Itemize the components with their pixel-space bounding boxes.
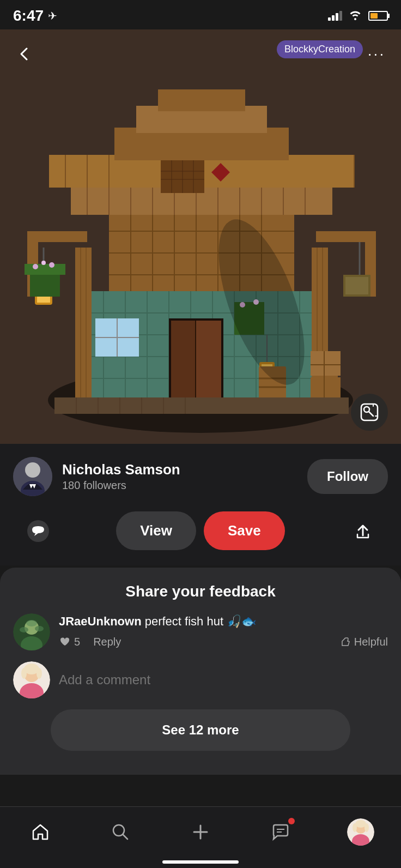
more-button[interactable]: ··· bbox=[363, 40, 390, 68]
heart-count[interactable]: 5 bbox=[59, 636, 80, 648]
svg-rect-20 bbox=[195, 321, 196, 398]
svg-point-119 bbox=[35, 626, 44, 631]
svg-line-110 bbox=[369, 412, 373, 416]
creator-info: Nicholas Samson 180 followers bbox=[13, 457, 180, 496]
svg-rect-19 bbox=[171, 321, 195, 398]
svg-point-118 bbox=[20, 627, 28, 632]
comment-text: JRaeUnknown perfect fish hut 🎣🐟 bbox=[59, 613, 388, 630]
signal-bars bbox=[328, 11, 342, 21]
comment-input[interactable] bbox=[59, 672, 388, 688]
status-time: 6:47 bbox=[13, 7, 44, 25]
svg-point-82 bbox=[33, 264, 38, 269]
see-more-button[interactable]: See 12 more bbox=[51, 709, 350, 751]
feedback-section: Share your feedback JRaeUnknown perfect … bbox=[0, 568, 401, 775]
status-icons bbox=[328, 9, 388, 23]
follow-button[interactable]: Follow bbox=[307, 459, 388, 494]
svg-point-83 bbox=[49, 262, 54, 268]
svg-rect-61 bbox=[158, 89, 245, 111]
creator-avatar[interactable] bbox=[13, 457, 52, 496]
view-save-group: View Save bbox=[116, 511, 285, 550]
creator-name: Nicholas Samson bbox=[62, 461, 180, 478]
svg-rect-90 bbox=[345, 277, 368, 294]
creator-row: Nicholas Samson 180 followers Follow bbox=[13, 457, 388, 496]
lens-button[interactable] bbox=[351, 394, 388, 431]
helpful-button[interactable]: Helpful bbox=[339, 636, 388, 648]
svg-point-112 bbox=[25, 462, 40, 478]
nav-add[interactable] bbox=[179, 816, 222, 848]
creator-section: Nicholas Samson 180 followers Follow Vie… bbox=[0, 444, 401, 565]
svg-rect-96 bbox=[311, 351, 341, 376]
creator-details: Nicholas Samson 180 followers bbox=[62, 461, 180, 492]
svg-point-126 bbox=[37, 668, 42, 679]
status-bar: 6:47 ✈ bbox=[0, 0, 401, 29]
svg-rect-81 bbox=[25, 264, 65, 275]
svg-point-138 bbox=[364, 823, 369, 832]
chat-button[interactable] bbox=[22, 515, 54, 547]
nav-search[interactable] bbox=[99, 816, 142, 848]
svg-point-125 bbox=[21, 668, 27, 679]
user-avatar bbox=[13, 661, 50, 698]
helpful-label: Helpful bbox=[354, 636, 388, 648]
nav-home[interactable] bbox=[19, 816, 62, 848]
svg-rect-70 bbox=[27, 231, 87, 242]
home-indicator bbox=[162, 860, 239, 864]
source-tag: BlockkyCreation bbox=[277, 40, 363, 58]
comment-meta: 5 Reply Helpful bbox=[59, 636, 388, 648]
more-dots-icon: ··· bbox=[368, 45, 385, 63]
comment-content: perfect fish hut 🎣🐟 bbox=[142, 614, 257, 628]
bottom-nav bbox=[0, 806, 401, 868]
wifi-icon bbox=[348, 9, 363, 23]
svg-line-128 bbox=[123, 835, 127, 839]
nav-messages[interactable] bbox=[259, 816, 302, 848]
share-button[interactable] bbox=[347, 515, 379, 547]
svg-rect-97 bbox=[311, 377, 341, 399]
view-button[interactable]: View bbox=[116, 511, 196, 550]
nav-profile[interactable] bbox=[339, 816, 382, 848]
svg-rect-72 bbox=[316, 231, 376, 242]
action-row: View Save bbox=[13, 511, 388, 565]
comment-body: JRaeUnknown perfect fish hut 🎣🐟 5 Reply … bbox=[59, 613, 388, 650]
creator-followers: 180 followers bbox=[62, 479, 180, 492]
battery-fill bbox=[370, 13, 378, 19]
battery-icon bbox=[368, 11, 388, 21]
svg-point-127 bbox=[113, 825, 124, 836]
like-count: 5 bbox=[74, 636, 80, 648]
feedback-title: Share your feedback bbox=[13, 583, 388, 600]
commenter-avatar[interactable] bbox=[13, 613, 50, 650]
comment-item: JRaeUnknown perfect fish hut 🎣🐟 5 Reply … bbox=[13, 613, 388, 650]
save-button[interactable]: Save bbox=[204, 511, 285, 550]
comment-username: JRaeUnknown bbox=[59, 614, 142, 628]
add-comment-row bbox=[13, 661, 388, 698]
svg-point-84 bbox=[41, 261, 46, 265]
svg-point-136 bbox=[355, 820, 366, 828]
svg-point-120 bbox=[26, 620, 37, 626]
notification-dot bbox=[288, 818, 295, 824]
reply-button[interactable]: Reply bbox=[93, 636, 121, 648]
svg-rect-25 bbox=[75, 248, 92, 400]
navigation-icon: ✈ bbox=[48, 9, 57, 22]
profile-avatar bbox=[347, 818, 374, 846]
svg-rect-100 bbox=[54, 397, 349, 414]
back-button[interactable] bbox=[11, 40, 38, 68]
image-container: ··· BlockkyCreation bbox=[0, 29, 401, 444]
svg-point-137 bbox=[353, 823, 357, 832]
